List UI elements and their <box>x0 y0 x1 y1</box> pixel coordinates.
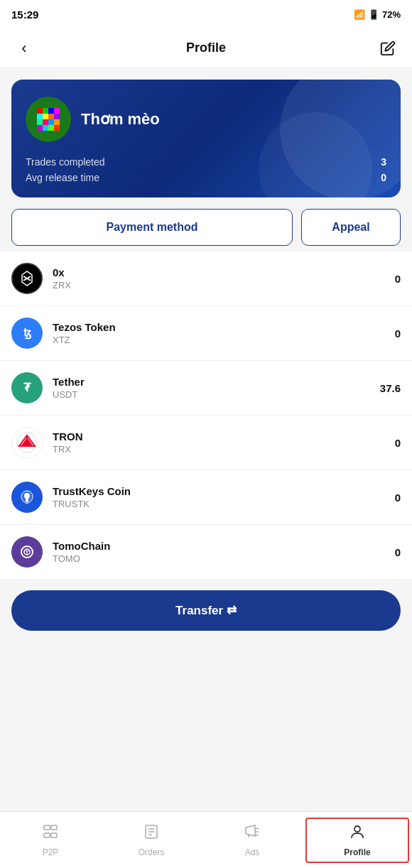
action-buttons: Payment method Appeal <box>11 209 401 246</box>
svg-rect-6 <box>43 114 48 119</box>
coin-icon-tezos: ꜩ <box>11 318 43 349</box>
svg-rect-31 <box>26 498 28 502</box>
svg-point-49 <box>354 826 360 832</box>
transfer-button[interactable]: Transfer ⇄ <box>11 590 401 631</box>
coin-icon-tron <box>11 427 43 458</box>
wifi-icon: 📶 <box>354 9 365 20</box>
coin-symbol: XTZ <box>53 335 385 345</box>
header: ‹ Profile <box>0 28 412 68</box>
coin-info: TRON TRX <box>53 430 385 455</box>
coin-info: Tezos Token XTZ <box>53 321 385 345</box>
signal-icon: 📱 <box>368 9 379 20</box>
username: Thơm mèo <box>81 110 160 129</box>
avg-release-time-label: Avg release time <box>26 172 99 183</box>
svg-rect-8 <box>54 114 60 119</box>
coin-amount: 0 <box>395 273 401 285</box>
svg-rect-16 <box>54 125 60 131</box>
status-time: 15:29 <box>11 9 38 21</box>
list-item[interactable]: ₮ Tether USDT 37.6 <box>0 361 412 416</box>
ads-label: Ads <box>245 847 260 857</box>
edit-button[interactable] <box>375 36 401 61</box>
svg-line-45 <box>255 828 259 829</box>
nav-item-p2p[interactable]: P2P <box>0 816 101 864</box>
coin-name: Tether <box>53 376 370 388</box>
svg-line-47 <box>255 835 259 835</box>
svg-rect-15 <box>48 125 54 131</box>
coin-list: 0x ZRX 0 ꜩ Tezos Token XTZ 0 ₮ Tether US <box>0 251 412 579</box>
trades-completed-row: Trades completed 3 <box>26 156 386 168</box>
coin-symbol: ZRX <box>53 280 385 291</box>
svg-rect-9 <box>37 119 43 125</box>
nav-item-ads[interactable]: Ads <box>202 816 303 864</box>
svg-rect-2 <box>43 108 48 114</box>
svg-rect-13 <box>37 125 43 131</box>
coin-amount: 0 <box>395 546 401 558</box>
coin-name: TomoChain <box>53 540 385 552</box>
svg-point-30 <box>24 493 30 499</box>
avg-release-time-value: 0 <box>381 172 386 183</box>
list-item[interactable]: ꜩ Tezos Token XTZ 0 <box>0 306 412 361</box>
appeal-button[interactable]: Appeal <box>301 209 401 246</box>
coin-info: Tether USDT <box>53 376 370 400</box>
p2p-icon <box>42 823 59 845</box>
svg-marker-44 <box>246 825 255 836</box>
coin-icon-0x <box>11 263 43 294</box>
ads-icon <box>244 823 261 845</box>
orders-label: Orders <box>139 847 165 857</box>
list-item[interactable]: TrustKeys Coin TRUSTK 0 <box>0 470 412 525</box>
svg-rect-4 <box>54 108 60 114</box>
svg-rect-10 <box>43 119 48 125</box>
svg-text:₮: ₮ <box>23 381 31 394</box>
trades-completed-value: 3 <box>381 156 386 168</box>
avg-release-time-row: Avg release time 0 <box>26 172 386 183</box>
coin-amount: 37.6 <box>380 382 401 394</box>
list-item[interactable]: 0x ZRX 0 <box>0 251 412 306</box>
profile-icon <box>349 823 366 845</box>
coin-amount: 0 <box>395 492 401 504</box>
coin-name: TrustKeys Coin <box>53 485 385 497</box>
avatar <box>26 97 71 142</box>
svg-rect-38 <box>51 825 57 830</box>
coin-info: TrustKeys Coin TRUSTK <box>53 485 385 509</box>
bottom-nav: P2P Orders Ads <box>0 811 412 868</box>
payment-method-button[interactable]: Payment method <box>11 209 293 246</box>
coin-amount: 0 <box>395 437 401 449</box>
coin-info: 0x ZRX <box>53 266 385 291</box>
nav-item-profile[interactable]: Profile <box>305 818 409 863</box>
coin-name: 0x <box>53 266 385 278</box>
orders-icon <box>143 823 160 845</box>
svg-rect-7 <box>48 114 54 119</box>
coin-icon-tether: ₮ <box>11 372 43 403</box>
coin-symbol: TOMO <box>53 553 385 564</box>
coin-icon-trustkeys <box>11 482 43 513</box>
svg-rect-36 <box>44 825 50 830</box>
svg-rect-3 <box>48 108 54 114</box>
battery-level: 72% <box>382 9 401 20</box>
coin-icon-tomo: T <box>11 536 43 568</box>
page-title: Profile <box>186 40 226 55</box>
coin-amount: 0 <box>395 327 401 340</box>
profile-stats: Trades completed 3 Avg release time 0 <box>26 156 386 183</box>
status-icons: 📶 📱 72% <box>354 9 401 20</box>
svg-rect-37 <box>44 833 50 837</box>
coin-info: TomoChain TOMO <box>53 540 385 564</box>
profile-card: Thơm mèo Trades completed 3 Avg release … <box>11 80 401 197</box>
svg-rect-12 <box>54 119 60 125</box>
svg-rect-5 <box>37 114 43 119</box>
nav-item-orders[interactable]: Orders <box>101 816 202 864</box>
list-item[interactable]: T TomoChain TOMO 0 <box>0 525 412 579</box>
svg-text:T: T <box>25 549 29 556</box>
coin-name: Tezos Token <box>53 321 385 333</box>
coin-symbol: TRUSTK <box>53 499 385 509</box>
coin-symbol: TRX <box>53 444 385 455</box>
trades-completed-label: Trades completed <box>26 156 105 168</box>
coin-symbol: USDT <box>53 389 370 400</box>
svg-rect-39 <box>51 833 57 837</box>
profile-label: Profile <box>344 847 370 857</box>
svg-rect-1 <box>37 108 43 114</box>
coin-name: TRON <box>53 430 385 443</box>
profile-top: Thơm mèo <box>26 97 386 142</box>
list-item[interactable]: TRON TRX 0 <box>0 416 412 470</box>
svg-rect-14 <box>43 125 48 131</box>
back-button[interactable]: ‹ <box>11 36 37 61</box>
